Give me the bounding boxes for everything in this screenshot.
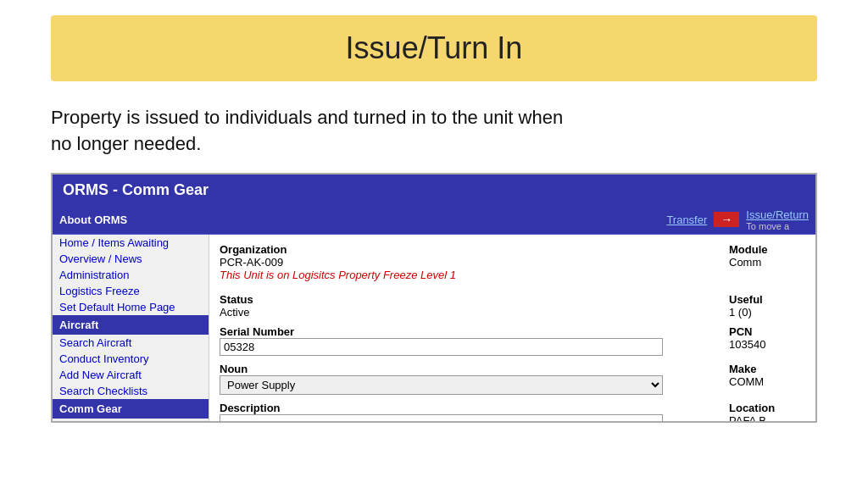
- status-label: Status: [220, 293, 712, 306]
- pcn-value: 103540: [729, 338, 805, 351]
- about-orms-label: About ORMS: [59, 214, 127, 226]
- to-move-text: To move a: [746, 221, 789, 231]
- make-value: COMM: [729, 375, 805, 388]
- location-group: Location PAFA B: [729, 402, 805, 423]
- orms-titlebar: ORMS - Comm Gear: [53, 175, 815, 206]
- org-value: PCR-AK-009: [220, 256, 712, 269]
- useful-value: 1 (0): [729, 306, 805, 319]
- desc-input[interactable]: [220, 414, 663, 423]
- org-module-row: Organization PCR-AK-009 This Unit is on …: [220, 243, 805, 286]
- noun-make-row: Noun Power Supply Make COMM: [220, 363, 805, 395]
- status-value: Active: [220, 306, 712, 319]
- module-label: Module: [729, 243, 805, 256]
- orms-body: Home / Items Awaiting Overview / News Ad…: [53, 235, 815, 423]
- pcn-group: PCN 103540: [729, 325, 805, 356]
- desc-group: Description: [220, 402, 712, 423]
- desc-label: Description: [220, 402, 712, 414]
- sidebar-item-search-aircraft[interactable]: Search Aircraft: [53, 335, 209, 351]
- pcn-label: PCN: [729, 325, 805, 338]
- sidebar-item-admin[interactable]: Administration: [53, 267, 209, 283]
- sidebar-aircraft-header: Aircraft: [53, 315, 209, 335]
- freeze-text: This Unit is on Logisitcs Property Freez…: [220, 269, 712, 281]
- orms-sidebar: Home / Items Awaiting Overview / News Ad…: [53, 235, 209, 423]
- header-banner: Issue/Turn In: [51, 15, 817, 81]
- orms-screenshot: ORMS - Comm Gear About ORMS Transfer → I…: [51, 173, 817, 423]
- serial-input[interactable]: [220, 338, 663, 356]
- description-block: Property is issued to individuals and tu…: [51, 105, 817, 158]
- orms-title: ORMS - Comm Gear: [63, 181, 209, 198]
- noun-group: Noun Power Supply: [220, 363, 712, 395]
- page-title: Issue/Turn In: [85, 30, 783, 66]
- status-group: Status Active: [220, 293, 712, 319]
- org-group: Organization PCR-AK-009 This Unit is on …: [220, 243, 712, 286]
- serial-group: Serial Number: [220, 325, 712, 356]
- noun-select[interactable]: Power Supply: [220, 375, 663, 395]
- issue-return-link[interactable]: Issue/Return: [746, 208, 809, 221]
- sidebar-item-conduct-inventory[interactable]: Conduct Inventory: [53, 351, 209, 367]
- noun-label: Noun: [220, 363, 712, 375]
- useful-label: Useful: [729, 293, 805, 306]
- org-label: Organization: [220, 243, 712, 256]
- sidebar-item-overview[interactable]: Overview / News: [53, 251, 209, 267]
- sidebar-commgear-header: Comm Gear: [53, 399, 209, 419]
- sidebar-item-home[interactable]: Home / Items Awaiting: [53, 235, 209, 251]
- transfer-link[interactable]: Transfer: [666, 214, 707, 226]
- desc-loc-row: Description Location PAFA B: [220, 402, 805, 423]
- description-line2: no longer needed.: [51, 133, 201, 154]
- sidebar-item-logistics[interactable]: Logistics Freeze: [53, 283, 209, 299]
- sidebar-item-add-aircraft[interactable]: Add New Aircraft: [53, 367, 209, 383]
- sidebar-item-default[interactable]: Set Default Home Page: [53, 299, 209, 315]
- module-value: Comm: [729, 256, 805, 269]
- orms-main-content: Organization PCR-AK-009 This Unit is on …: [209, 235, 815, 423]
- arrow-icon: →: [714, 212, 739, 227]
- sidebar-item-search-comm[interactable]: Search Comm Gear: [53, 419, 209, 423]
- serial-pcn-row: Serial Number PCN 103540: [220, 325, 805, 356]
- location-value: PAFA B: [729, 414, 805, 423]
- sidebar-item-checklists[interactable]: Search Checklists: [53, 383, 209, 399]
- status-row: Status Active Useful 1 (0): [220, 293, 805, 319]
- make-label: Make: [729, 363, 805, 375]
- useful-group: Useful 1 (0): [729, 293, 805, 319]
- location-label: Location: [729, 402, 805, 414]
- make-group: Make COMM: [729, 363, 805, 395]
- serial-label: Serial Number: [220, 325, 712, 338]
- module-group: Module Comm: [729, 243, 805, 286]
- description-line1: Property is issued to individuals and tu…: [51, 107, 563, 128]
